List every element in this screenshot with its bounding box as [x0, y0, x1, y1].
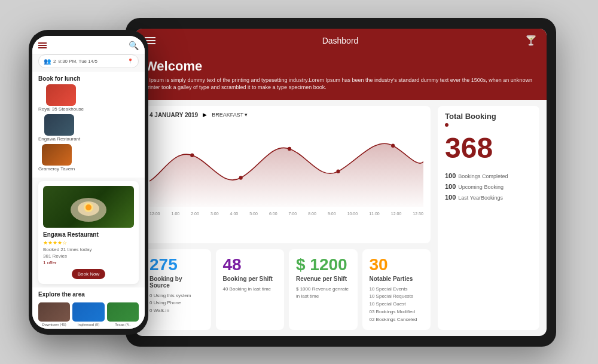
- restaurant-list: Royal 35 Steakhouse Engawa Restaurant Gr…: [32, 84, 145, 178]
- explore-grid: Downtown (45) Inglewood (9) Texas (4..: [38, 302, 139, 326]
- svg-point-2: [288, 147, 291, 151]
- phone-device: 🔍 👥 2 8:30 PM, Tue 14/5 📍 Book for lunch…: [29, 30, 148, 335]
- restaurant-detail-card: Engawa Restaurant ★★★★☆ Booked 21 times …: [38, 181, 139, 284]
- svg-point-1: [239, 176, 243, 179]
- stat-notable-number: 30: [370, 255, 424, 274]
- stat-booking-shift-number: 48: [223, 255, 277, 274]
- stat-notable-detail: 10 Special Events 10 Special Requests 10…: [370, 286, 424, 324]
- royal-thumbnail: [46, 84, 76, 106]
- stat-booking-source: 275 Booking by Source 0 Using this syste…: [142, 249, 211, 330]
- food-plate-visual: [43, 186, 134, 228]
- phone-hamburger-icon[interactable]: [38, 42, 47, 48]
- engawa-thumbnail: [44, 114, 74, 136]
- phone-screen: 🔍 👥 2 8:30 PM, Tue 14/5 📍 Book for lunch…: [32, 36, 145, 329]
- stat-booking-source-label: Booking by Source: [150, 276, 204, 289]
- booking-completed-num: 100: [445, 172, 456, 179]
- booking-guests: 2: [53, 59, 56, 64]
- stat-booking-source-detail: 0 Using this system 0 Using Phone 0 Walk…: [150, 292, 204, 315]
- restaurant-reviews: 381 Revies: [43, 253, 134, 259]
- booking-lastyear-row: 100 Last YearBookings: [445, 194, 532, 201]
- booking-time: 8:30 PM, Tue 14/5: [58, 59, 97, 64]
- stat-booking-source-number: 275: [150, 255, 204, 274]
- inglewood-name: Inglewood (9): [72, 323, 104, 326]
- chart-header: 4 JANUARY 2019 ▶ BREAKFAST ▾: [150, 112, 423, 118]
- tablet-screen: Dashbord 🍸 Welcome n Ipsum is simply dum…: [135, 29, 547, 336]
- cocktail-icon: 🍸: [525, 35, 537, 46]
- chart-arrow: ▶: [203, 112, 207, 118]
- list-item: Inglewood (9): [72, 302, 104, 326]
- explore-area-section: Explore the area Downtown (45) Inglewood…: [32, 287, 145, 329]
- gramercy-name: Gramercy Tavern: [38, 166, 75, 172]
- stat-revenue-shift-number: $ 1200: [296, 255, 350, 274]
- stat-notable-label: Notable Parties: [370, 276, 424, 282]
- list-item: Royal 35 Steakhouse: [38, 84, 139, 112]
- downtown-thumbnail: [38, 302, 70, 322]
- total-booking-title: Total Booking: [445, 112, 532, 121]
- scene: Dashbord 🍸 Welcome n Ipsum is simply dum…: [12, 12, 586, 353]
- stat-revenue-shift-label: Revenue per Shift: [296, 276, 350, 282]
- food-svg: [59, 186, 118, 228]
- stats-grid: 275 Booking by Source 0 Using this syste…: [142, 249, 431, 330]
- texas-thumbnail: [107, 302, 139, 322]
- booking-completed-label: Bookings Completed: [458, 173, 508, 179]
- restaurant-booked: Booked 21 times today: [43, 247, 134, 252]
- stat-booking-shift-label: Booking per Shift: [223, 276, 277, 282]
- list-item: Engawa Restaurant: [38, 114, 139, 142]
- inglewood-thumbnail: [72, 302, 104, 322]
- stat-booking-shift-detail: 40 Booking in last time: [223, 286, 277, 293]
- chart-time-labels: 12:00 1:00 2:00 3:00 4:00 5:00 6:00 7:00…: [150, 212, 423, 216]
- total-booking-dot: [445, 123, 448, 127]
- tablet-main: 4 JANUARY 2019 ▶ BREAKFAST ▾: [135, 100, 438, 336]
- chart-meal-dropdown[interactable]: BREAKFAST ▾: [212, 112, 248, 118]
- total-booking-number: 368: [445, 134, 532, 163]
- stat-booking-shift: 48 Booking per Shift 40 Booking in last …: [216, 249, 285, 330]
- royal-name: Royal 35 Steakhouse: [38, 106, 84, 112]
- total-booking-panel: Total Booking 368 100 Bookings Completed…: [438, 106, 539, 330]
- book-for-lunch-title: Book for lunch: [32, 72, 145, 84]
- location-icon: 📍: [127, 59, 133, 64]
- list-item: Gramercy Tavern: [38, 144, 139, 172]
- stat-notable-parties: 30 Notable Parties 10 Special Events 10 …: [362, 249, 431, 330]
- people-icon: 👥: [44, 58, 51, 65]
- welcome-banner: Welcome n Ipsum is simply dummy text of …: [135, 53, 547, 100]
- chart-meal-label: BREAKFAST: [212, 112, 243, 118]
- booking-upcoming-label: Upcoming Booking: [458, 184, 504, 190]
- texas-name: Texas (4..: [107, 323, 139, 326]
- welcome-description: n Ipsum is simply dummy text of the prin…: [145, 77, 537, 91]
- svg-point-8: [86, 204, 91, 210]
- phone-header: 🔍: [32, 36, 145, 54]
- chevron-down-icon: ▾: [245, 112, 248, 118]
- svg-point-3: [336, 169, 340, 173]
- engawa-name: Engawa Restaurant: [38, 136, 80, 142]
- book-now-button[interactable]: Book Now: [72, 269, 105, 279]
- gramercy-thumbnail: [42, 144, 72, 166]
- booking-chart: [150, 123, 423, 207]
- tablet-device: Dashbord 🍸 Welcome n Ipsum is simply dum…: [126, 18, 556, 347]
- restaurant-stars: ★★★★☆: [43, 240, 134, 246]
- booking-completed-row: 100 Bookings Completed: [445, 172, 532, 179]
- stat-revenue-shift: $ 1200 Revenue per Shift $ 1000 Revenue …: [289, 249, 358, 330]
- booking-lastyear-num: 100: [445, 194, 456, 201]
- explore-area-title: Explore the area: [38, 291, 139, 300]
- stat-revenue-shift-detail: $ 1000 Revenue genrate in last time: [296, 286, 350, 301]
- restaurant-detail-image: [43, 186, 134, 228]
- downtown-name: Downtown (45): [38, 323, 70, 326]
- booking-upcoming-num: 100: [445, 183, 456, 190]
- svg-point-4: [391, 143, 395, 147]
- phone-booking-bar[interactable]: 👥 2 8:30 PM, Tue 14/5 📍: [38, 54, 139, 68]
- booking-lastyear-label: Last YearBookings: [458, 195, 503, 201]
- chart-date: 4 JANUARY 2019: [150, 112, 198, 118]
- chart-section: 4 JANUARY 2019 ▶ BREAKFAST ▾: [142, 106, 431, 243]
- tablet-header: Dashbord 🍸: [135, 29, 547, 53]
- restaurant-offer: 1 offer: [43, 260, 134, 265]
- tablet-content: 4 JANUARY 2019 ▶ BREAKFAST ▾: [135, 100, 547, 336]
- booking-upcoming-row: 100 Upcoming Booking: [445, 183, 532, 190]
- restaurant-detail-name: Engawa Restaurant: [43, 231, 134, 238]
- welcome-title: Welcome: [145, 59, 537, 74]
- tablet-title: Dashbord: [155, 36, 525, 45]
- list-item: Texas (4..: [107, 302, 139, 326]
- list-item: Downtown (45): [38, 302, 70, 326]
- search-icon[interactable]: 🔍: [129, 41, 139, 50]
- svg-point-0: [190, 153, 194, 157]
